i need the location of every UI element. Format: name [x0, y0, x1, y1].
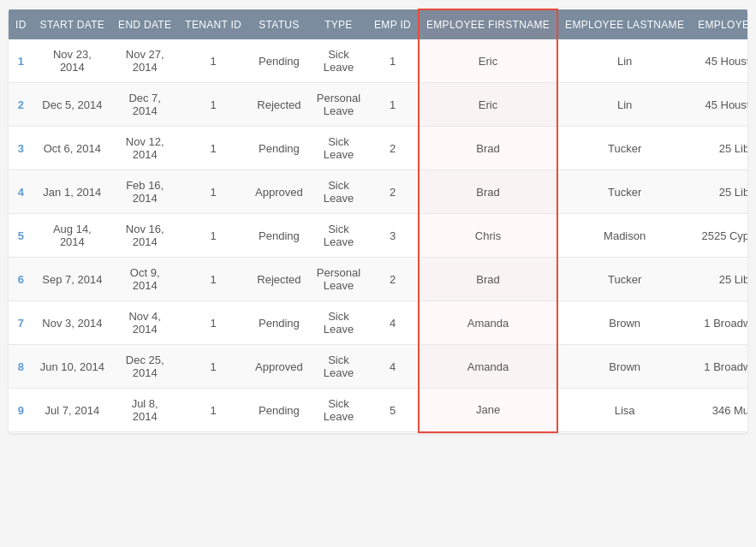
table-row: 6Sep 7, 2014Oct 9, 20141RejectedPersonal…: [9, 258, 747, 301]
cell-employee-firstname: Chris: [419, 214, 557, 258]
cell-start-date: Jan 1, 2014: [33, 170, 111, 214]
cell-type: Sick Leave: [310, 389, 367, 432]
cell-status: Pending: [248, 39, 310, 83]
cell-end-date: Jul 8, 2014: [111, 389, 178, 432]
cell-tenant-id: 1: [178, 389, 248, 432]
cell-employee-street: 45 Houston Street: [691, 83, 747, 127]
cell-employee-street: 45 Houston Street: [691, 39, 747, 83]
cell-end-date: Nov 16, 2014: [111, 214, 178, 258]
cell-end-date: Nov 4, 2014: [111, 301, 178, 345]
cell-id: 6: [9, 258, 33, 301]
cell-employee-firstname: Amanda: [419, 301, 557, 345]
col-header-end_date: END DATE: [111, 9, 178, 39]
cell-type: Sick Leave: [310, 39, 367, 83]
cell-type: Sick Leave: [310, 214, 367, 258]
cell-employee-firstname: Brad: [419, 258, 557, 301]
table-row: 4Jan 1, 2014Feb 16, 20141ApprovedSick Le…: [9, 170, 747, 214]
cell-type: Personal Leave: [310, 258, 367, 301]
cell-start-date: Dec 5, 2014: [33, 83, 111, 127]
cell-tenant-id: 1: [178, 39, 248, 83]
cell-tenant-id: 1: [178, 127, 248, 170]
cell-emp-id: 4: [367, 345, 419, 389]
cell-end-date: Dec 25, 2014: [111, 345, 178, 389]
table-row: 3Oct 6, 2014Nov 12, 20141PendingSick Lea…: [9, 127, 747, 170]
cell-emp-id: 2: [367, 258, 419, 301]
cell-id: 5: [9, 214, 33, 258]
cell-status: Pending: [248, 301, 310, 345]
cell-id: 2: [9, 83, 33, 127]
cell-start-date: Jun 10, 2014: [33, 345, 111, 389]
cell-type: Personal Leave: [310, 83, 367, 127]
cell-employee-firstname: Brad: [419, 127, 557, 170]
cell-emp-id: 4: [367, 301, 419, 345]
cell-emp-id: 2: [367, 170, 419, 214]
cell-employee-street: 25 Liberty Pl: [691, 127, 747, 170]
cell-employee-lastname: Brown: [557, 301, 691, 345]
cell-emp-id: 1: [367, 39, 419, 83]
col-header-start_date: START DATE: [33, 9, 111, 39]
cell-end-date: Oct 9, 2014: [111, 258, 178, 301]
cell-employee-street: 1 Broadway Street: [691, 345, 747, 389]
cell-status: Pending: [248, 127, 310, 170]
table-row: 9Jul 7, 2014Jul 8, 20141PendingSick Leav…: [9, 389, 747, 432]
cell-employee-firstname: Eric: [419, 39, 557, 83]
cell-emp-id: 2: [367, 127, 419, 170]
cell-employee-lastname: Lisa: [557, 389, 691, 432]
cell-type: Sick Leave: [310, 345, 367, 389]
cell-start-date: Oct 6, 2014: [33, 127, 111, 170]
cell-tenant-id: 1: [178, 170, 248, 214]
cell-employee-lastname: Madison: [557, 214, 691, 258]
cell-type: Sick Leave: [310, 127, 367, 170]
cell-start-date: Jul 7, 2014: [33, 389, 111, 432]
cell-employee-lastname: Brown: [557, 345, 691, 389]
cell-start-date: Sep 7, 2014: [33, 258, 111, 301]
cell-employee-firstname: Eric: [419, 83, 557, 127]
cell-status: Rejected: [248, 258, 310, 301]
cell-employee-firstname: Amanda: [419, 345, 557, 389]
col-header-tenant_id: TENANT ID: [178, 9, 248, 39]
cell-status: Approved: [248, 345, 310, 389]
cell-employee-lastname: Tucker: [557, 258, 691, 301]
cell-type: Sick Leave: [310, 301, 367, 345]
cell-emp-id: 3: [367, 214, 419, 258]
cell-employee-street: 25 Liberty Pl: [691, 170, 747, 214]
col-header-type: TYPE: [310, 9, 367, 39]
cell-employee-firstname: Jane: [419, 389, 557, 432]
cell-tenant-id: 1: [178, 301, 248, 345]
cell-employee-street: 346 Mulholland: [691, 389, 747, 432]
cell-employee-lastname: Lin: [557, 83, 691, 127]
cell-tenant-id: 1: [178, 258, 248, 301]
cell-id: 7: [9, 301, 33, 345]
cell-employee-firstname: Brad: [419, 170, 557, 214]
cell-emp-id: 5: [367, 389, 419, 432]
col-header-id: ID: [9, 9, 33, 39]
cell-tenant-id: 1: [178, 345, 248, 389]
cell-id: 3: [9, 127, 33, 170]
col-header-emp_id: EMP ID: [367, 9, 419, 39]
table-row: 8Jun 10, 2014Dec 25, 20141ApprovedSick L…: [9, 345, 747, 389]
col-header-status: STATUS: [248, 9, 310, 39]
cell-employee-lastname: Tucker: [557, 170, 691, 214]
cell-status: Rejected: [248, 83, 310, 127]
leave-table: IDSTART DATEEND DATETENANT IDSTATUSTYPEE…: [9, 9, 747, 433]
cell-employee-street: 2525 Cypress Lane: [691, 214, 747, 258]
cell-id: 8: [9, 345, 33, 389]
cell-status: Approved: [248, 170, 310, 214]
leave-table-container: IDSTART DATEEND DATETENANT IDSTATUSTYPEE…: [9, 9, 747, 433]
table-row: 1Nov 23, 2014Nov 27, 20141PendingSick Le…: [9, 39, 747, 83]
cell-start-date: Aug 14, 2014: [33, 214, 111, 258]
cell-start-date: Nov 3, 2014: [33, 301, 111, 345]
cell-end-date: Nov 12, 2014: [111, 127, 178, 170]
cell-end-date: Feb 16, 2014: [111, 170, 178, 214]
col-header-employee_firstname: EMPLOYEE FIRSTNAME: [419, 9, 557, 39]
cell-employee-lastname: Lin: [557, 39, 691, 83]
col-header-employee_street: EMPLOYEE STREET: [691, 9, 747, 39]
cell-id: 4: [9, 170, 33, 214]
cell-emp-id: 1: [367, 83, 419, 127]
cell-end-date: Dec 7, 2014: [111, 83, 178, 127]
cell-id: 9: [9, 389, 33, 432]
table-row: 7Nov 3, 2014Nov 4, 20141PendingSick Leav…: [9, 301, 747, 345]
cell-type: Sick Leave: [310, 170, 367, 214]
cell-end-date: Nov 27, 2014: [111, 39, 178, 83]
cell-employee-lastname: Tucker: [557, 127, 691, 170]
